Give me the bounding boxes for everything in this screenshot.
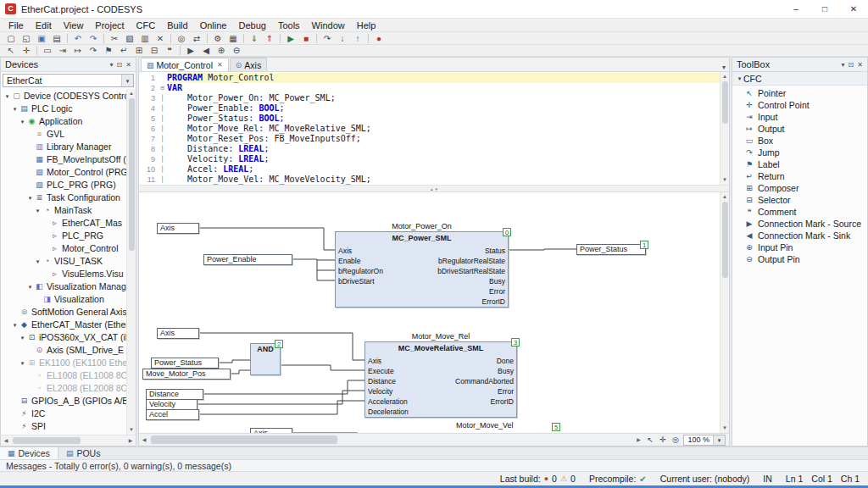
- scrollbar-thumb[interactable]: [722, 202, 728, 278]
- editor-splitter[interactable]: ▴▾: [139, 186, 729, 192]
- close-panel-icon[interactable]: ✕: [857, 61, 863, 69]
- toolbox-item[interactable]: ⊖Output Pin: [732, 253, 867, 265]
- minimize-button[interactable]: –: [782, 0, 810, 19]
- close-tab-icon[interactable]: ✕: [217, 61, 223, 69]
- return-icon[interactable]: ↵: [117, 45, 131, 56]
- open-project-icon[interactable]: ◱: [19, 33, 33, 44]
- tree-item[interactable]: ⊚SoftMotion General Axis P: [1, 306, 126, 319]
- composer-icon[interactable]: ⊞: [132, 45, 146, 56]
- step-out-icon[interactable]: ↑: [351, 33, 364, 44]
- scroll-down-icon[interactable]: ▼: [722, 175, 727, 185]
- panel-menu-icon[interactable]: ▾: [110, 61, 114, 69]
- messages-bar[interactable]: Messages - Totally 0 error(s), 0 warning…: [0, 459, 868, 471]
- menu-project[interactable]: Project: [89, 19, 130, 32]
- tree-item[interactable]: ▹PLC_PRG: [1, 230, 126, 242]
- undo-icon[interactable]: ↶: [71, 33, 85, 44]
- cfc-input-box[interactable]: Move_Motor_Pos: [142, 369, 231, 380]
- tree-item[interactable]: ▦FB_MoveInputsOff (: [1, 153, 126, 166]
- scroll-left-icon[interactable]: ◀: [1, 436, 11, 446]
- cfc-input-box[interactable]: Power_Enable: [203, 254, 292, 265]
- toolbox-item[interactable]: ⊕Input Pin: [732, 241, 867, 253]
- delete-icon[interactable]: ✕: [153, 33, 167, 44]
- scroll-down-icon[interactable]: ▼: [722, 424, 727, 433]
- tab-list-dropdown-icon[interactable]: ▾: [722, 64, 726, 71]
- scrollbar-thumb[interactable]: [13, 437, 81, 444]
- cfc-input-box[interactable]: Axis: [157, 328, 199, 339]
- menu-window[interactable]: Window: [306, 19, 351, 32]
- code-vertical-scrollbar[interactable]: ▲ ▼: [720, 72, 729, 185]
- cfc-vertical-scrollbar[interactable]: ▲ ▼: [720, 192, 729, 433]
- scroll-up-icon[interactable]: ▲: [722, 192, 727, 202]
- panel-menu-icon[interactable]: ▾: [842, 61, 845, 69]
- tree-expander-icon[interactable]: ▾: [34, 204, 42, 217]
- code-line[interactable]: 3│ Motor_Power_On: MC_Power_SML;: [139, 93, 720, 103]
- code-line[interactable]: 11│ Motor_Move_Vel: MC_MoveVelocity_SML;: [139, 175, 720, 185]
- scrollbar-thumb[interactable]: [151, 435, 337, 444]
- toolbox-item[interactable]: ▶Connection Mark - Source: [732, 218, 867, 230]
- tree-expander-icon[interactable]: ▾: [26, 191, 34, 204]
- connection-sink-icon[interactable]: ◀: [199, 45, 213, 56]
- tree-item[interactable]: ▹Motor_Control: [1, 242, 126, 255]
- label-icon[interactable]: ⚑: [102, 45, 115, 56]
- toolbox-item[interactable]: ▭Box: [732, 135, 867, 147]
- scroll-up-icon[interactable]: ▲: [129, 89, 134, 98]
- tree-item[interactable]: ⊟GPIOs_A_B (GPIOs A/B): [1, 395, 126, 408]
- cfc-input-box[interactable]: Power_Status: [151, 358, 219, 369]
- pin-icon[interactable]: ⊡: [849, 61, 854, 69]
- input-icon[interactable]: ⇥: [56, 45, 70, 56]
- menu-debug[interactable]: Debug: [232, 19, 271, 32]
- tree-item[interactable]: ⊙Axis (SML_Drive_E: [1, 344, 126, 357]
- menu-online[interactable]: Online: [194, 19, 233, 32]
- step-over-icon[interactable]: ↷: [320, 33, 334, 44]
- scrollbar-thumb[interactable]: [722, 81, 728, 124]
- tree-item[interactable]: ▾▤PLC Logic: [1, 103, 126, 115]
- bottom-tab-pous[interactable]: ▤ POUs: [58, 447, 108, 459]
- tree-item[interactable]: ▾▢Device (CODESYS Control fo: [1, 90, 126, 103]
- pin-icon[interactable]: ⊡: [117, 61, 123, 69]
- code-line[interactable]: 7│ Motor_Reset_Pos: FB_MoveInputsOff;: [139, 134, 720, 144]
- paste-icon[interactable]: ▥: [138, 33, 152, 44]
- tree-item[interactable]: ▫EL2008 (EL2008 8C: [1, 382, 126, 395]
- tree-item[interactable]: ▾⊡iPOS360x_VX_CAT (iPO: [1, 331, 126, 344]
- redo-icon[interactable]: ↷: [86, 33, 100, 44]
- toolbox-item[interactable]: ◀Connection Mark - Sink: [732, 230, 867, 241]
- toolbox-item[interactable]: ✛Control Point: [732, 99, 867, 111]
- comment-icon[interactable]: ❝: [163, 45, 176, 56]
- cfc-function-block[interactable]: Motor_Move_RelMC_MoveRelative_SMLAxisDon…: [364, 341, 517, 418]
- stop-icon[interactable]: ■: [299, 33, 313, 44]
- login-icon[interactable]: ⇓: [248, 33, 261, 44]
- tree-expander-icon[interactable]: ▾: [19, 331, 26, 344]
- connection-source-icon[interactable]: ▶: [184, 45, 198, 56]
- scroll-up-icon[interactable]: ▲: [722, 72, 727, 81]
- toolbox-item[interactable]: ⇥Input: [732, 111, 867, 123]
- declaration-editor[interactable]: 1PROGRAM Motor_Control2⊟VAR3│ Motor_Powe…: [139, 72, 729, 186]
- toolbox-item[interactable]: ⊟Selector: [732, 194, 867, 206]
- scroll-down-icon[interactable]: ▼: [129, 425, 134, 435]
- code-line[interactable]: 5│ Power_Status: BOOL;: [139, 114, 720, 124]
- tree-item[interactable]: ⚡I2C: [1, 408, 126, 420]
- zoom-in-icon[interactable]: ✛: [656, 435, 669, 444]
- toolbox-item[interactable]: ↦Output: [732, 123, 867, 135]
- devices-horizontal-scrollbar[interactable]: ◀ ▶: [1, 435, 136, 446]
- scrollbar-thumb[interactable]: [129, 98, 135, 251]
- tree-item[interactable]: ▧PLC_PRG (PRG): [1, 179, 126, 191]
- menu-cfc[interactable]: CFC: [131, 19, 162, 32]
- magnifier-icon[interactable]: ◎: [669, 435, 682, 444]
- save-project-icon[interactable]: ▣: [35, 33, 48, 44]
- cut-icon[interactable]: ✂: [108, 33, 121, 44]
- tree-item[interactable]: ▾◉Application: [1, 115, 126, 128]
- cfc-input-box[interactable]: Axis: [157, 223, 199, 234]
- tree-expander-icon[interactable]: ▾: [34, 255, 42, 268]
- scroll-right-icon[interactable]: ▶: [125, 436, 136, 446]
- cfc-editor[interactable]: AxisPower_EnableMotor_Power_OnMC_Power_S…: [139, 192, 729, 433]
- fold-collapse-icon[interactable]: ⊟: [158, 83, 167, 93]
- menu-help[interactable]: Help: [351, 19, 382, 32]
- print-icon[interactable]: ▤: [50, 33, 64, 44]
- tree-item[interactable]: ◨Visualization: [1, 293, 126, 306]
- close-panel-icon[interactable]: ✕: [125, 61, 131, 69]
- tree-expander-icon[interactable]: ▾: [11, 103, 19, 115]
- bottom-tab-devices[interactable]: ▦ Devices: [0, 447, 58, 459]
- input-pin-icon[interactable]: ⊕: [214, 45, 228, 56]
- generate-code-icon[interactable]: ▦: [226, 33, 240, 44]
- close-button[interactable]: ✕: [839, 0, 868, 19]
